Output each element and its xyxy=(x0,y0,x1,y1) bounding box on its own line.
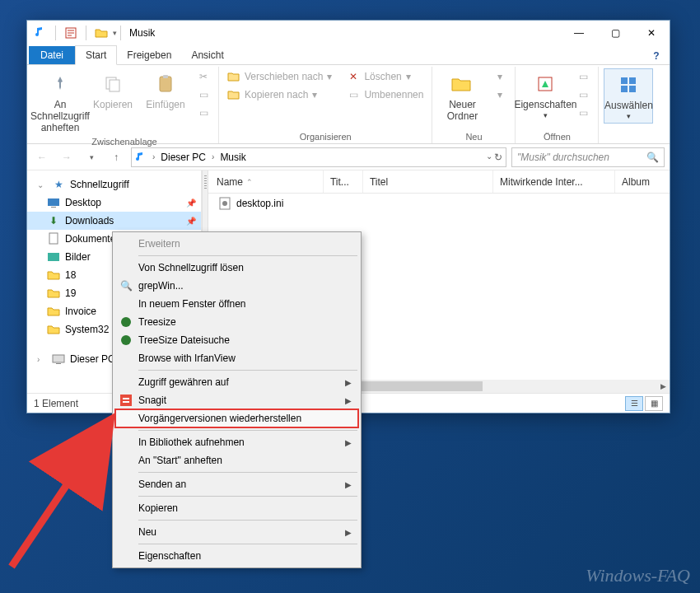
shortcut-icon: ▭ xyxy=(197,106,210,119)
desktop-icon xyxy=(47,196,60,209)
nav-forward-button[interactable]: → xyxy=(57,147,77,167)
moveto-icon xyxy=(227,70,240,83)
group-label-select xyxy=(604,141,653,143)
view-icons-button[interactable]: ▦ xyxy=(645,396,663,411)
col-titel[interactable]: Titel xyxy=(370,170,493,193)
cut-button[interactable]: ✂ xyxy=(194,68,213,85)
ctx-pin-start[interactable]: An "Start" anheften xyxy=(115,451,358,469)
ctx-unpin-quickaccess[interactable]: Von Schnellzugriff lösen xyxy=(115,259,358,277)
rename-button[interactable]: ▭Umbenennen xyxy=(343,86,427,103)
col-mitwirkende[interactable]: Mitwirkende Inter... xyxy=(500,170,615,193)
pictures-icon xyxy=(47,250,60,264)
ctx-grant-access[interactable]: Zugriff gewähren auf▶ xyxy=(115,373,358,391)
treesize-icon xyxy=(119,334,133,347)
ctx-irfanview[interactable]: Browse with IrfanView xyxy=(115,349,358,367)
nav-quickaccess[interactable]: ⌄★Schnellzugriff xyxy=(27,175,201,194)
address-dropdown-icon[interactable]: ⌄ xyxy=(486,152,492,163)
snagit-icon xyxy=(119,394,133,407)
ctx-treesize-search[interactable]: TreeSize Dateisuche xyxy=(115,331,358,349)
properties-button[interactable]: Eigenschaften▾ xyxy=(520,68,570,122)
folder-icon xyxy=(47,268,60,282)
open-button[interactable]: ▭ xyxy=(573,68,593,85)
paste-button[interactable]: Einfügen xyxy=(141,68,190,114)
maximize-button[interactable]: ▢ xyxy=(597,21,633,45)
tab-ansicht[interactable]: Ansicht xyxy=(181,46,233,64)
nav-recent-button[interactable]: ▾ xyxy=(82,147,101,167)
crumb-musik[interactable]: Musik xyxy=(220,152,245,163)
address-field[interactable]: › Dieser PC › Musik ⌄ ↻ xyxy=(131,147,506,167)
select-button[interactable]: Auswählen▾ xyxy=(604,68,653,124)
documents-icon xyxy=(47,232,60,245)
treesize-icon xyxy=(119,315,133,329)
new-folder-button[interactable]: Neuer Ordner xyxy=(437,68,487,125)
new-item-button[interactable]: ▾ xyxy=(490,68,510,85)
easy-access-button[interactable]: ▾ xyxy=(490,86,510,103)
ctx-treesize[interactable]: Treesize xyxy=(115,313,358,331)
move-to-button[interactable]: Verschieben nach ▾ xyxy=(224,68,335,85)
help-icon[interactable]: ? xyxy=(648,48,665,64)
qat-dropdown-icon[interactable]: ▾ xyxy=(113,29,117,37)
star-icon: ★ xyxy=(52,178,65,191)
column-headers: Name⌃ Tit... Titel Mitwirkende Inter... … xyxy=(208,170,670,194)
ctx-copy[interactable]: Kopieren xyxy=(115,499,358,517)
folder-qat-icon[interactable] xyxy=(93,25,110,41)
copy-to-button[interactable]: Kopieren nach ▾ xyxy=(224,86,335,103)
svg-rect-14 xyxy=(53,355,64,362)
crumb-pc[interactable]: Dieser PC xyxy=(161,152,206,163)
ctx-new-window[interactable]: In neuem Fenster öffnen xyxy=(115,295,358,313)
minimize-button[interactable]: — xyxy=(561,21,597,45)
properties-qat-icon[interactable] xyxy=(63,25,79,41)
ctx-include-library[interactable]: In Bibliothek aufnehmen▶ xyxy=(115,433,358,451)
view-details-button[interactable]: ☰ xyxy=(625,396,643,411)
file-row[interactable]: desktop.ini xyxy=(208,194,670,213)
col-album[interactable]: Album xyxy=(622,170,663,193)
chevron-right-icon[interactable]: › xyxy=(209,152,217,161)
submenu-arrow-icon: ▶ xyxy=(345,480,352,489)
submenu-arrow-icon: ▶ xyxy=(345,438,352,447)
ribbon-tabs: Datei Start Freigeben Ansicht ? xyxy=(27,45,670,65)
nav-back-button[interactable]: ← xyxy=(32,147,52,167)
edit-button[interactable]: ▭ xyxy=(573,86,593,103)
paste-shortcut-button[interactable]: ▭ xyxy=(194,105,213,121)
file-tab[interactable]: Datei xyxy=(29,46,75,64)
copy-path-button[interactable]: ▭ xyxy=(194,86,213,103)
history-icon: ▭ xyxy=(576,106,590,119)
copy-button[interactable]: Kopieren xyxy=(88,68,138,114)
ctx-snagit[interactable]: Snagit▶ xyxy=(115,391,358,409)
nav-downloads[interactable]: ⬇Downloads📌 xyxy=(27,212,201,230)
chevron-right-icon[interactable]: › xyxy=(150,152,157,161)
svg-rect-15 xyxy=(56,363,61,364)
svg-rect-7 xyxy=(629,77,636,84)
pc-icon xyxy=(52,353,65,366)
status-count: 1 Element xyxy=(34,398,78,409)
ribbon-group-new: Neuer Ordner ▾ ▾ Neu xyxy=(432,67,516,143)
ctx-expand[interactable]: Erweitern xyxy=(115,235,358,253)
col-name[interactable]: Name⌃ xyxy=(217,170,324,193)
copyto-icon xyxy=(227,88,240,101)
grepwin-icon: 🔍 xyxy=(119,279,133,292)
ctx-grepwin[interactable]: 🔍grepWin... xyxy=(115,277,358,295)
ctx-new[interactable]: Neu▶ xyxy=(115,523,358,541)
tab-start[interactable]: Start xyxy=(75,45,117,65)
refresh-icon[interactable]: ↻ xyxy=(494,152,502,163)
nav-up-button[interactable]: ↑ xyxy=(106,147,126,167)
col-tit[interactable]: Tit... xyxy=(330,170,363,193)
downloads-icon: ⬇ xyxy=(47,214,60,227)
scroll-right-icon[interactable]: ▶ xyxy=(656,380,670,393)
search-placeholder: "Musik" durchsuchen xyxy=(517,152,609,163)
close-button[interactable]: ✕ xyxy=(633,21,670,45)
svg-point-19 xyxy=(121,335,131,345)
history-button[interactable]: ▭ xyxy=(573,105,593,121)
search-icon[interactable]: 🔍 xyxy=(646,152,659,163)
nav-desktop[interactable]: Desktop📌 xyxy=(27,194,201,212)
ctx-properties[interactable]: Eigenschaften xyxy=(115,547,358,565)
ctx-send-to[interactable]: Senden an▶ xyxy=(115,475,358,493)
pin-quickaccess-button[interactable]: An Schnellzugriff anheften xyxy=(35,68,85,136)
search-field[interactable]: "Musik" durchsuchen 🔍 xyxy=(511,147,665,167)
tab-freigeben[interactable]: Freigeben xyxy=(117,46,181,64)
delete-button[interactable]: ✕Löschen ▾ xyxy=(343,68,427,85)
folder-icon xyxy=(47,305,60,318)
new-folder-icon xyxy=(449,71,475,97)
copy-icon xyxy=(100,71,126,97)
ctx-restore-previous-versions[interactable]: Vorgängerversionen wiederherstellen xyxy=(115,409,358,427)
